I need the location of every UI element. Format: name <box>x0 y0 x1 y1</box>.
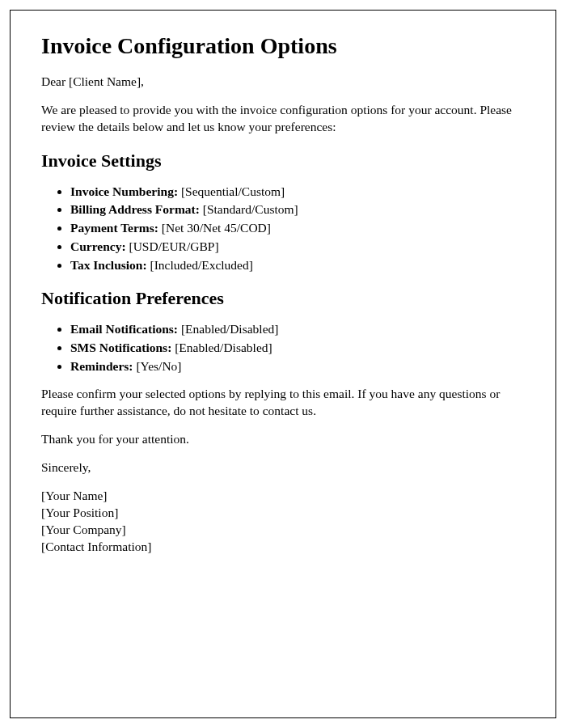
item-label: Billing Address Format: <box>70 202 200 216</box>
item-label: Payment Terms: <box>70 221 158 235</box>
list-item: Currency: [USD/EUR/GBP] <box>70 238 525 256</box>
page-title: Invoice Configuration Options <box>41 33 525 59</box>
section-heading-notification-preferences: Notification Preferences <box>41 288 525 309</box>
invoice-settings-list: Invoice Numbering: [Sequential/Custom] B… <box>70 183 525 273</box>
list-item: Reminders: [Yes/No] <box>70 358 525 375</box>
closing-paragraph-1: Please confirm your selected options by … <box>41 386 525 420</box>
signature-block: [Your Name] [Your Position] [Your Compan… <box>41 488 525 556</box>
item-value: [Net 30/Net 45/COD] <box>158 221 271 235</box>
signature-company: [Your Company] <box>41 522 525 539</box>
closing-paragraph-2: Thank you for your attention. <box>41 431 525 448</box>
item-value: [Enabled/Disabled] <box>171 341 272 354</box>
document-page: Invoice Configuration Options Dear [Clie… <box>10 10 556 718</box>
item-label: SMS Notifications: <box>70 341 171 354</box>
item-value: [USD/EUR/GBP] <box>126 239 219 253</box>
list-item: Invoice Numbering: [Sequential/Custom] <box>70 183 525 201</box>
item-value: [Enabled/Disabled] <box>178 322 278 336</box>
item-value: [Standard/Custom] <box>200 202 298 216</box>
list-item: Billing Address Format: [Standard/Custom… <box>70 201 525 218</box>
greeting-line: Dear [Client Name], <box>41 74 525 91</box>
notification-preferences-list: Email Notifications: [Enabled/Disabled] … <box>70 320 525 375</box>
item-label: Currency: <box>70 239 126 253</box>
item-label: Tax Inclusion: <box>70 258 147 272</box>
signature-position: [Your Position] <box>41 505 525 522</box>
intro-paragraph: We are pleased to provide you with the i… <box>41 102 525 136</box>
item-label: Invoice Numbering: <box>70 184 178 198</box>
signature-contact: [Contact Information] <box>41 539 525 556</box>
list-item: Email Notifications: [Enabled/Disabled] <box>70 320 525 338</box>
section-heading-invoice-settings: Invoice Settings <box>41 150 525 171</box>
item-label: Reminders: <box>70 359 133 373</box>
item-label: Email Notifications: <box>70 322 178 336</box>
list-item: Tax Inclusion: [Included/Excluded] <box>70 256 525 274</box>
item-value: [Sequential/Custom] <box>178 184 285 198</box>
list-item: Payment Terms: [Net 30/Net 45/COD] <box>70 219 525 237</box>
item-value: [Yes/No] <box>133 359 182 373</box>
item-value: [Included/Excluded] <box>147 258 253 272</box>
list-item: SMS Notifications: [Enabled/Disabled] <box>70 339 525 357</box>
signoff-line: Sincerely, <box>41 459 525 476</box>
signature-name: [Your Name] <box>41 488 525 505</box>
